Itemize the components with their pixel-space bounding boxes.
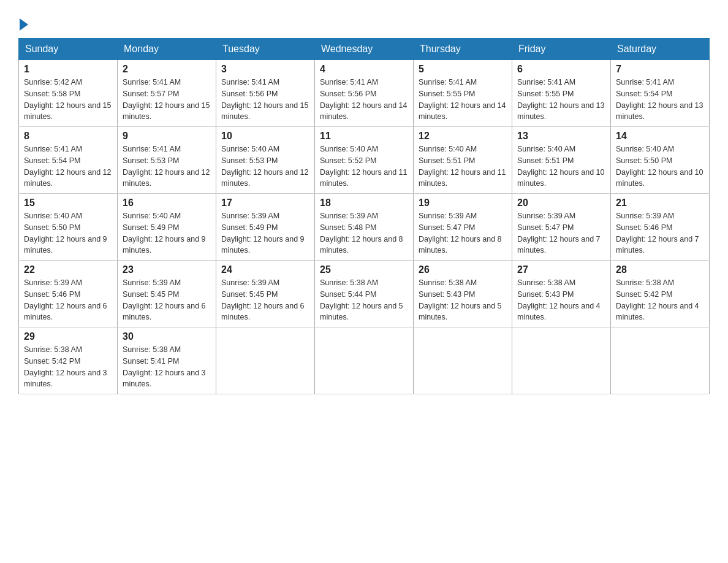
day-info: Sunrise: 5:40 AMSunset: 5:51 PMDaylight:… bbox=[419, 144, 507, 190]
calendar-cell: 27Sunrise: 5:38 AMSunset: 5:43 PMDayligh… bbox=[512, 261, 611, 327]
calendar-cell: 6Sunrise: 5:41 AMSunset: 5:55 PMDaylight… bbox=[512, 60, 611, 127]
calendar-header-row: SundayMondayTuesdayWednesdayThursdayFrid… bbox=[19, 39, 710, 60]
day-number: 23 bbox=[123, 264, 211, 275]
calendar-cell: 24Sunrise: 5:39 AMSunset: 5:45 PMDayligh… bbox=[216, 261, 315, 327]
day-info: Sunrise: 5:41 AMSunset: 5:56 PMDaylight:… bbox=[221, 77, 309, 123]
day-number: 5 bbox=[419, 64, 507, 75]
day-info: Sunrise: 5:41 AMSunset: 5:56 PMDaylight:… bbox=[320, 77, 408, 123]
calendar-cell bbox=[414, 327, 512, 394]
day-info: Sunrise: 5:41 AMSunset: 5:57 PMDaylight:… bbox=[123, 77, 211, 123]
day-info: Sunrise: 5:38 AMSunset: 5:42 PMDaylight:… bbox=[616, 277, 704, 323]
calendar-cell: 4Sunrise: 5:41 AMSunset: 5:56 PMDaylight… bbox=[315, 60, 414, 127]
day-number: 17 bbox=[221, 197, 309, 209]
day-info: Sunrise: 5:39 AMSunset: 5:48 PMDaylight:… bbox=[320, 210, 408, 256]
day-number: 4 bbox=[320, 64, 408, 75]
header-monday: Monday bbox=[118, 39, 216, 60]
calendar-cell bbox=[611, 327, 710, 394]
day-info: Sunrise: 5:40 AMSunset: 5:53 PMDaylight:… bbox=[221, 144, 309, 190]
calendar-cell: 12Sunrise: 5:40 AMSunset: 5:51 PMDayligh… bbox=[414, 127, 512, 194]
day-number: 26 bbox=[419, 264, 507, 275]
calendar-cell bbox=[512, 327, 611, 394]
day-number: 7 bbox=[616, 64, 704, 75]
calendar-cell: 3Sunrise: 5:41 AMSunset: 5:56 PMDaylight… bbox=[216, 60, 315, 127]
calendar-cell: 5Sunrise: 5:41 AMSunset: 5:55 PMDaylight… bbox=[414, 60, 512, 127]
calendar-cell: 28Sunrise: 5:38 AMSunset: 5:42 PMDayligh… bbox=[611, 261, 710, 327]
day-info: Sunrise: 5:42 AMSunset: 5:58 PMDaylight:… bbox=[24, 77, 112, 123]
calendar-cell bbox=[315, 327, 414, 394]
day-number: 16 bbox=[123, 197, 211, 209]
day-info: Sunrise: 5:38 AMSunset: 5:42 PMDaylight:… bbox=[24, 344, 112, 390]
day-number: 6 bbox=[517, 64, 605, 75]
day-info: Sunrise: 5:39 AMSunset: 5:46 PMDaylight:… bbox=[616, 210, 704, 256]
calendar-cell: 17Sunrise: 5:39 AMSunset: 5:49 PMDayligh… bbox=[216, 194, 315, 261]
day-number: 10 bbox=[221, 131, 309, 142]
day-info: Sunrise: 5:41 AMSunset: 5:55 PMDaylight:… bbox=[517, 77, 605, 123]
day-number: 12 bbox=[419, 131, 507, 142]
header-saturday: Saturday bbox=[611, 39, 710, 60]
calendar-cell: 26Sunrise: 5:38 AMSunset: 5:43 PMDayligh… bbox=[414, 261, 512, 327]
calendar-table: SundayMondayTuesdayWednesdayThursdayFrid… bbox=[18, 38, 710, 394]
header-thursday: Thursday bbox=[414, 39, 512, 60]
day-info: Sunrise: 5:39 AMSunset: 5:49 PMDaylight:… bbox=[221, 210, 309, 256]
day-info: Sunrise: 5:38 AMSunset: 5:43 PMDaylight:… bbox=[517, 277, 605, 323]
calendar-cell: 15Sunrise: 5:40 AMSunset: 5:50 PMDayligh… bbox=[19, 194, 118, 261]
day-info: Sunrise: 5:39 AMSunset: 5:46 PMDaylight:… bbox=[24, 277, 112, 323]
day-info: Sunrise: 5:38 AMSunset: 5:44 PMDaylight:… bbox=[320, 277, 408, 323]
day-number: 22 bbox=[24, 264, 112, 275]
day-number: 3 bbox=[221, 64, 309, 75]
logo-triangle-icon bbox=[20, 18, 28, 31]
day-info: Sunrise: 5:39 AMSunset: 5:45 PMDaylight:… bbox=[123, 277, 211, 323]
day-number: 1 bbox=[24, 64, 112, 75]
header-sunday: Sunday bbox=[19, 39, 118, 60]
calendar-cell bbox=[216, 327, 315, 394]
day-info: Sunrise: 5:41 AMSunset: 5:54 PMDaylight:… bbox=[616, 77, 704, 123]
calendar-cell: 29Sunrise: 5:38 AMSunset: 5:42 PMDayligh… bbox=[19, 327, 118, 394]
calendar-cell: 25Sunrise: 5:38 AMSunset: 5:44 PMDayligh… bbox=[315, 261, 414, 327]
day-number: 14 bbox=[616, 131, 704, 142]
day-info: Sunrise: 5:40 AMSunset: 5:49 PMDaylight:… bbox=[123, 210, 211, 256]
page-header bbox=[18, 12, 710, 32]
day-number: 28 bbox=[616, 264, 704, 275]
calendar-week-row: 15Sunrise: 5:40 AMSunset: 5:50 PMDayligh… bbox=[19, 194, 710, 261]
day-number: 13 bbox=[517, 131, 605, 142]
calendar-cell: 14Sunrise: 5:40 AMSunset: 5:50 PMDayligh… bbox=[611, 127, 710, 194]
day-number: 2 bbox=[123, 64, 211, 75]
calendar-cell: 19Sunrise: 5:39 AMSunset: 5:47 PMDayligh… bbox=[414, 194, 512, 261]
day-number: 27 bbox=[517, 264, 605, 275]
day-info: Sunrise: 5:38 AMSunset: 5:41 PMDaylight:… bbox=[123, 344, 211, 390]
calendar-cell: 7Sunrise: 5:41 AMSunset: 5:54 PMDaylight… bbox=[611, 60, 710, 127]
calendar-cell: 9Sunrise: 5:41 AMSunset: 5:53 PMDaylight… bbox=[118, 127, 216, 194]
day-number: 8 bbox=[24, 131, 112, 142]
day-info: Sunrise: 5:41 AMSunset: 5:53 PMDaylight:… bbox=[123, 144, 211, 190]
calendar-cell: 8Sunrise: 5:41 AMSunset: 5:54 PMDaylight… bbox=[19, 127, 118, 194]
day-info: Sunrise: 5:40 AMSunset: 5:50 PMDaylight:… bbox=[616, 144, 704, 190]
header-friday: Friday bbox=[512, 39, 611, 60]
day-number: 15 bbox=[24, 197, 112, 209]
header-wednesday: Wednesday bbox=[315, 39, 414, 60]
calendar-cell: 18Sunrise: 5:39 AMSunset: 5:48 PMDayligh… bbox=[315, 194, 414, 261]
calendar-cell: 11Sunrise: 5:40 AMSunset: 5:52 PMDayligh… bbox=[315, 127, 414, 194]
calendar-cell: 16Sunrise: 5:40 AMSunset: 5:49 PMDayligh… bbox=[118, 194, 216, 261]
day-number: 25 bbox=[320, 264, 408, 275]
calendar-week-row: 8Sunrise: 5:41 AMSunset: 5:54 PMDaylight… bbox=[19, 127, 710, 194]
day-info: Sunrise: 5:38 AMSunset: 5:43 PMDaylight:… bbox=[419, 277, 507, 323]
day-number: 21 bbox=[616, 197, 704, 209]
calendar-week-row: 29Sunrise: 5:38 AMSunset: 5:42 PMDayligh… bbox=[19, 327, 710, 394]
day-info: Sunrise: 5:40 AMSunset: 5:52 PMDaylight:… bbox=[320, 144, 408, 190]
calendar-cell: 30Sunrise: 5:38 AMSunset: 5:41 PMDayligh… bbox=[118, 327, 216, 394]
calendar-cell: 23Sunrise: 5:39 AMSunset: 5:45 PMDayligh… bbox=[118, 261, 216, 327]
day-number: 11 bbox=[320, 131, 408, 142]
calendar-cell: 13Sunrise: 5:40 AMSunset: 5:51 PMDayligh… bbox=[512, 127, 611, 194]
header-tuesday: Tuesday bbox=[216, 39, 315, 60]
calendar-cell: 2Sunrise: 5:41 AMSunset: 5:57 PMDaylight… bbox=[118, 60, 216, 127]
calendar-cell: 20Sunrise: 5:39 AMSunset: 5:47 PMDayligh… bbox=[512, 194, 611, 261]
day-info: Sunrise: 5:41 AMSunset: 5:54 PMDaylight:… bbox=[24, 144, 112, 190]
calendar-cell: 1Sunrise: 5:42 AMSunset: 5:58 PMDaylight… bbox=[19, 60, 118, 127]
day-number: 30 bbox=[123, 331, 211, 342]
day-info: Sunrise: 5:40 AMSunset: 5:50 PMDaylight:… bbox=[24, 210, 112, 256]
day-info: Sunrise: 5:40 AMSunset: 5:51 PMDaylight:… bbox=[517, 144, 605, 190]
day-number: 29 bbox=[24, 331, 112, 342]
day-number: 18 bbox=[320, 197, 408, 209]
calendar-cell: 10Sunrise: 5:40 AMSunset: 5:53 PMDayligh… bbox=[216, 127, 315, 194]
calendar-week-row: 1Sunrise: 5:42 AMSunset: 5:58 PMDaylight… bbox=[19, 60, 710, 127]
